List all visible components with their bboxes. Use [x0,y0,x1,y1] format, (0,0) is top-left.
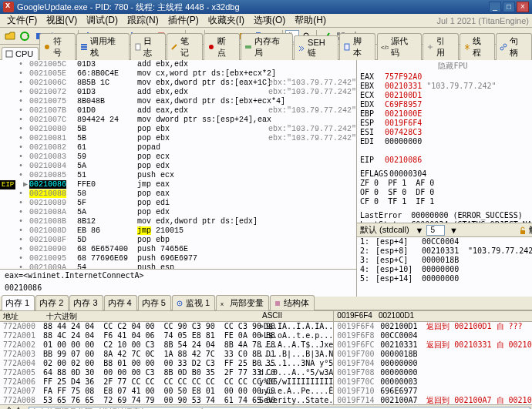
stack-view[interactable]: 0019F6F4002100D1返回到 002100D1 自 ???0019F6… [334,322,532,404]
tab-notes[interactable]: 笔记 [167,33,203,60]
svg-point-26 [503,44,507,47]
dump-view[interactable]: 772A00088 44 24 04 CC C2 04 00 CC 90 C3 … [0,322,333,404]
tab-threads[interactable]: 线程 [460,33,496,60]
tab-source[interactable]: </>源代码 [377,33,422,60]
tab-dump4[interactable]: 内存 4 [104,295,137,310]
svg-point-29 [179,303,180,304]
svg-point-21 [209,45,214,49]
svg-rect-31 [275,301,280,306]
tab-callstack[interactable]: 调用堆栈 [76,33,130,60]
tab-seh[interactable]: SEH链 [294,35,338,60]
tab-dump2[interactable]: 内存 2 [35,295,69,310]
tab-struct[interactable]: 结构体 [270,295,315,310]
menu-trace[interactable]: 跟踪(N) [123,13,163,28]
minimize-button[interactable]: _ [489,2,501,12]
menu-view[interactable]: 视图(V) [42,13,81,28]
tab-dump5[interactable]: 内存 5 [138,295,171,310]
restart-icon[interactable] [18,29,32,42]
menu-debug[interactable]: 调试(D) [82,13,122,28]
register-view[interactable]: 隐藏FPU EAX757F92A0EBX00210331"103.79.77.2… [357,60,532,223]
svg-rect-27 [520,230,525,234]
unlock-icon [518,226,527,235]
build-date: Jul 1 2021 (TitanEngine) [437,16,529,25]
info-bar: eax=<wininet.InternetConnectA> 00210086 [0,269,356,297]
menu-help[interactable]: 帮助(H) [291,13,330,28]
maximize-button[interactable]: □ [503,2,515,12]
titlebar: GoogleUpdate.exe - PID: 780 - 线程: 主线程 44… [0,0,532,14]
svg-text:</>: </> [381,44,389,51]
tab-breakpoints[interactable]: 断点 [204,33,240,60]
dump-header: 地址 十六进制 ASCII [0,311,333,322]
tab-log[interactable]: 日志 [130,33,167,60]
unlock-button[interactable]: 解锁 [529,224,532,236]
command-input[interactable] [29,407,530,410]
tab-handles[interactable]: 句柄 [496,33,532,60]
svg-point-16 [45,45,49,49]
main-tabstrip: CPU 符号 调用堆栈 日志 笔记 断点 内存布局 SEH链 脚本 </>源代码… [0,45,532,60]
svg-rect-15 [6,51,12,57]
menu-plugins[interactable]: 插件(P) [164,13,203,28]
dump-tabstrip: 内存 1 内存 2 内存 3 内存 4 内存 5 监视 1 x局部变量 结构体 [0,297,532,310]
window-title: GoogleUpdate.exe - PID: 780 - 线程: 主线程 44… [17,2,240,13]
tab-script[interactable]: 脚本 [339,33,375,60]
svg-point-25 [500,47,503,50]
hide-fpu-link[interactable]: 隐藏FPU [360,62,532,71]
tab-cpu[interactable]: CPU [2,47,39,60]
svg-text:x: x [221,300,224,307]
svg-rect-18 [81,46,87,48]
tab-dump1[interactable]: 内存 1 [2,295,35,310]
svg-rect-22 [245,45,251,49]
tab-dump3[interactable]: 内存 3 [69,295,103,310]
args-view[interactable]: 1:[esp+4]00CC00042:[esp+8]00210331"103.7… [357,236,532,297]
svg-rect-20 [135,44,140,50]
arg-count-combo[interactable]: 5 [426,225,445,236]
tab-ref[interactable]: 引用 [423,33,459,60]
menu-file[interactable]: 文件(F) [3,13,41,28]
tab-locals[interactable]: x局部变量 [216,295,269,310]
tab-symbols[interactable]: 符号 [39,33,76,60]
args-tab-bar: 默认 (stdcall) ▼ 5 ▼ 解锁 [357,223,532,236]
open-icon[interactable] [3,29,17,42]
close-button[interactable]: × [517,2,529,12]
menubar: 文件(F) 视图(V) 调试(D) 跟踪(N) 插件(P) 收藏夹(I) 选项(… [0,14,532,28]
callconv-label[interactable]: 默认 (stdcall) [360,224,409,236]
command-bar: 命令: [0,404,532,409]
menu-favorites[interactable]: 收藏夹(I) [204,13,248,28]
tab-memory[interactable]: 内存布局 [241,33,294,60]
disasm-view[interactable]: • 0021005C01D3 add ebx,edx• 0021005E66:8… [0,60,356,269]
svg-rect-19 [81,49,87,50]
tab-watch1[interactable]: 监视 1 [172,295,215,310]
stack-header: 0019F6F4002100D1 [334,311,532,322]
app-icon [3,2,14,12]
cmd-label: 命令: [2,405,29,409]
menu-options[interactable]: 选项(O) [250,13,289,28]
svg-rect-23 [345,44,349,50]
svg-rect-17 [81,44,87,45]
